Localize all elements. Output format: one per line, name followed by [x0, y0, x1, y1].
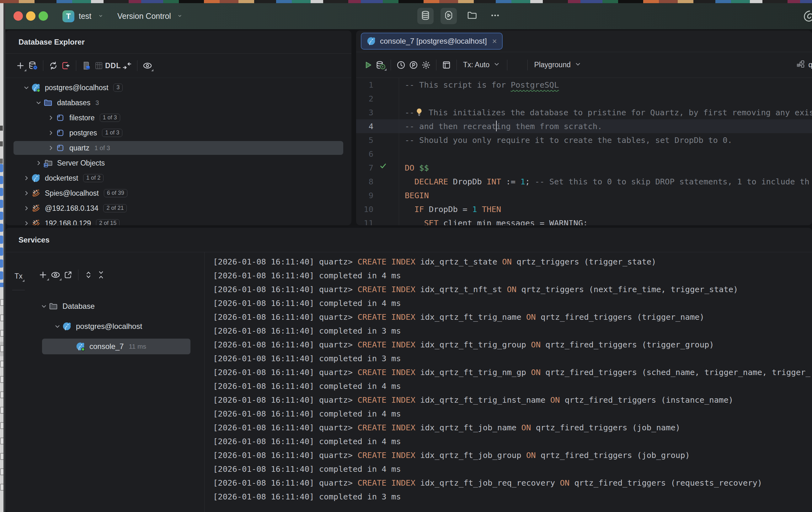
count-badge: 1 of 3: [94, 144, 110, 152]
services-title: Services: [5, 228, 812, 252]
toolbar-button-playground[interactable]: Playground: [531, 60, 584, 70]
toolbar-separator: [137, 60, 138, 71]
eye-button[interactable]: [141, 59, 154, 72]
code-line-7[interactable]: 7DO $$: [356, 161, 812, 174]
ai-assistant-icon[interactable]: [802, 9, 812, 24]
code-line-4[interactable]: 4-- and then recreating them from scratc…: [356, 119, 812, 133]
disconnect-button[interactable]: [60, 59, 72, 72]
line-number: 11: [356, 216, 373, 225]
run-file-button[interactable]: [374, 59, 387, 71]
tab-console-7[interactable]: console_7 [postgres@localhost] ×: [361, 33, 503, 50]
more-dots-icon: [490, 10, 500, 22]
chevron-spacer: [66, 342, 76, 351]
code-text: -- Should you only require it to create …: [399, 133, 812, 147]
code-line-6[interactable]: 6: [356, 147, 812, 161]
zoom-window-button[interactable]: [38, 11, 48, 21]
background-window-fragment: [0, 176, 3, 184]
toolbar-button-tx-auto[interactable]: Tx: Auto: [461, 60, 503, 70]
background-window-sliver: [0, 3, 3, 512]
clock-button[interactable]: [395, 59, 407, 71]
line-number: 9: [356, 188, 373, 202]
intention-bulb-icon[interactable]: [414, 107, 424, 116]
datasource-gear-button[interactable]: [27, 59, 39, 72]
background-window-fragment: [0, 360, 3, 368]
gutter: [373, 92, 399, 106]
folder-button[interactable]: [464, 8, 480, 24]
project-widget[interactable]: T test: [62, 3, 104, 29]
code-line-11[interactable]: 11 SET client_min_messages = WARNING;: [356, 216, 812, 225]
tree-item--192-168-0-134[interactable]: @192.168.0.1342 of 21: [5, 201, 351, 216]
tree-item-192-168-0-129[interactable]: 192.168.0.1292 of 15: [5, 216, 351, 225]
chevron-right-icon[interactable]: [22, 204, 31, 213]
param-p-button[interactable]: [407, 59, 420, 71]
tree-item-console-7[interactable]: console_711 ms: [32, 336, 204, 356]
chevron-right-icon[interactable]: [34, 158, 43, 168]
tree-item-postgres-localhost[interactable]: postgres@localhost: [32, 316, 204, 336]
chevron-right-icon[interactable]: [46, 113, 56, 123]
chevron-down-icon[interactable]: [34, 98, 43, 107]
code-editor[interactable]: 1-- This script is for PostgreSQL23-- Th…: [356, 78, 812, 225]
chevron-down-icon[interactable]: [22, 83, 31, 92]
chevron-right-icon[interactable]: [22, 219, 31, 225]
schema-switcher[interactable]: qu: [796, 59, 812, 71]
open-new-button[interactable]: [62, 269, 75, 281]
chevron-right-icon[interactable]: [46, 128, 56, 138]
tree-item-postgres[interactable]: postgres1 of 3: [5, 125, 351, 140]
ddl-button[interactable]: DDL: [105, 59, 121, 72]
count-badge: 3: [95, 99, 99, 106]
code-line-5[interactable]: 5-- Should you only require it to create…: [356, 133, 812, 147]
console-page-button[interactable]: [80, 59, 92, 72]
tx-button[interactable]: Tx: [12, 270, 25, 282]
code-line-3[interactable]: 3-- This initializes the database to pri…: [356, 106, 812, 119]
minimize-window-button[interactable]: [26, 11, 35, 21]
close-window-button[interactable]: [13, 11, 23, 21]
code-line-8[interactable]: 8 DECLARE DropDb INT := 1; -- Set this t…: [356, 174, 812, 188]
tree-item-postgres-localhost[interactable]: postgres@localhost3: [5, 80, 351, 95]
console-output-log[interactable]: [2026-01-08 16:11:40] quartz> CREATE IND…: [204, 252, 812, 512]
gutter: [373, 188, 399, 202]
toolbar-separator: [507, 60, 508, 70]
refresh-button[interactable]: [47, 59, 60, 72]
tree-item-databases[interactable]: databases3: [5, 95, 351, 110]
jump-arrows-button[interactable]: [121, 59, 133, 72]
tree-item-filestore[interactable]: filestore1 of 3: [5, 110, 351, 125]
tree-item-quartz[interactable]: quartz1 of 3: [5, 140, 351, 156]
chevron-down-icon[interactable]: [53, 322, 62, 331]
expand-all-button[interactable]: [82, 269, 95, 281]
table-grid-button[interactable]: [92, 59, 105, 72]
eye-icon: [50, 270, 61, 280]
vcs-widget[interactable]: Version Control: [117, 3, 183, 29]
count-badge: 1 of 3: [100, 114, 120, 122]
code-line-9[interactable]: 9BEGIN: [356, 188, 812, 202]
tree-item-dockertest[interactable]: dockertest1 of 2: [5, 170, 351, 186]
gear-button[interactable]: [420, 59, 432, 71]
run-hexagon-button[interactable]: [440, 8, 457, 24]
add-icon: [38, 270, 48, 279]
code-line-2[interactable]: 2: [356, 92, 812, 106]
tree-item-database[interactable]: Database: [32, 296, 204, 316]
chevron-down-icon[interactable]: [39, 301, 49, 311]
line-number: 8: [356, 174, 373, 188]
chevron-right-icon[interactable]: [22, 173, 31, 183]
stop-square-button[interactable]: [511, 59, 524, 71]
close-tab-icon[interactable]: ×: [492, 36, 497, 46]
add-button[interactable]: [37, 269, 49, 281]
code-line-1[interactable]: 1-- This script is for PostgreSQL: [356, 78, 812, 92]
code-line-10[interactable]: 10 IF DropDb = 1 THEN: [356, 202, 812, 216]
gutter: [373, 147, 399, 161]
chevron-right-icon[interactable]: [22, 188, 31, 198]
tree-item-spies-localhost[interactable]: Spies@localhost6 of 39: [5, 186, 351, 201]
eye-button[interactable]: [49, 269, 62, 281]
background-window-fragment: [0, 271, 3, 279]
chevron-right-icon[interactable]: [46, 143, 56, 153]
inline-frame-button[interactable]: [440, 59, 453, 71]
tree-item-server-objects[interactable]: Server Objects: [5, 156, 351, 170]
play-button[interactable]: [362, 59, 374, 71]
stop-square-button[interactable]: [12, 298, 25, 311]
database-button[interactable]: [417, 8, 434, 24]
add-button[interactable]: [14, 59, 27, 72]
collapse-all-button[interactable]: [95, 269, 107, 281]
more-dots-button[interactable]: [487, 8, 503, 24]
toolbar-separator: [457, 60, 457, 70]
tree-item-label: @192.168.0.134: [45, 204, 98, 213]
